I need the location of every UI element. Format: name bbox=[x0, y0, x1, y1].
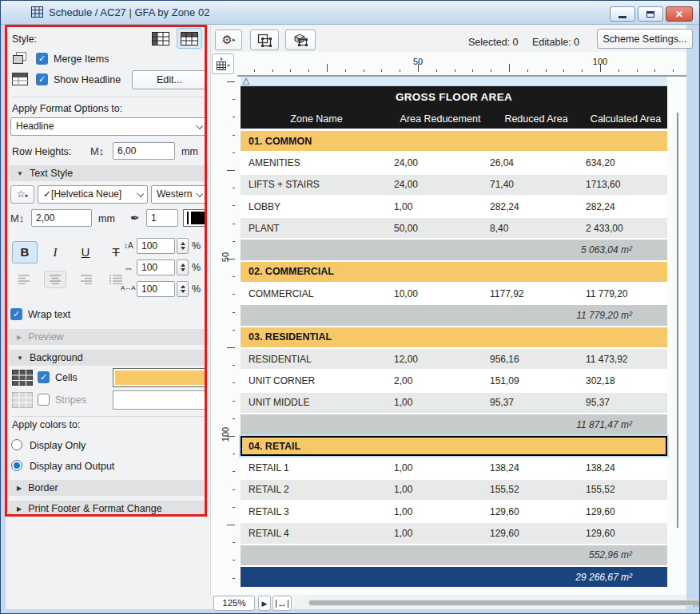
ruler-tick bbox=[233, 382, 235, 383]
italic-button[interactable]: I bbox=[42, 241, 68, 263]
scheme-settings-button[interactable]: Scheme Settings... bbox=[597, 29, 693, 49]
display-and-output-label: Display and Output bbox=[30, 461, 114, 472]
column-header[interactable]: Calculated Area bbox=[584, 113, 667, 125]
pen-color-swatch[interactable] bbox=[183, 209, 207, 227]
favorites-button[interactable]: ☆▸ bbox=[10, 185, 34, 204]
data-row[interactable]: RETAIL 21,00155,52155,52 bbox=[241, 480, 667, 500]
section-row[interactable]: 03. RESIDENTIAL bbox=[241, 327, 667, 347]
display-only-radio[interactable] bbox=[11, 439, 22, 450]
column-header[interactable]: Area Reducement bbox=[392, 113, 488, 125]
section-row[interactable]: 02. COMMERCIAL bbox=[241, 262, 667, 282]
resize-grip[interactable] bbox=[693, 601, 699, 608]
zoom-level-button[interactable]: 125% bbox=[213, 596, 255, 611]
close-icon: ✕ bbox=[675, 9, 683, 20]
wrap-text-checkbox[interactable]: ✓ bbox=[10, 308, 22, 320]
zoom-menu-button[interactable]: ▶ bbox=[258, 596, 271, 611]
cells-color-swatch[interactable] bbox=[113, 368, 207, 387]
scrollbar-thumb[interactable] bbox=[309, 600, 700, 605]
underline-button[interactable]: U bbox=[73, 241, 98, 263]
show-headline-checkbox[interactable]: ✓ bbox=[36, 73, 48, 85]
bold-button[interactable]: B bbox=[12, 241, 38, 263]
style-list-button[interactable] bbox=[148, 28, 173, 49]
settings-menu-button[interactable]: ⚙ ▸ bbox=[215, 30, 242, 50]
data-row[interactable]: PLANT50,008,402 433,00 bbox=[241, 218, 667, 238]
align-right-button[interactable] bbox=[74, 271, 97, 288]
horizontal-scrollbar[interactable] bbox=[308, 600, 700, 606]
subtotal-row[interactable]: 5 063,04 m² bbox=[241, 240, 667, 259]
data-row[interactable]: LIFTS + STAIRS24,0071,401713,60 bbox=[241, 175, 667, 195]
close-button[interactable]: ✕ bbox=[666, 6, 693, 22]
merge-items-checkbox[interactable]: ✓ bbox=[36, 53, 48, 65]
font-size-input[interactable] bbox=[31, 209, 92, 227]
select-items-button[interactable] bbox=[250, 30, 279, 50]
style-table-button[interactable] bbox=[177, 28, 202, 49]
data-row[interactable]: UNIT MIDDLE1,0095,3795,37 bbox=[241, 393, 667, 413]
stripes-checkbox[interactable] bbox=[38, 394, 50, 406]
data-row[interactable]: RETAIL 41,00129,60129,60 bbox=[241, 523, 667, 543]
table-margin-strip[interactable] bbox=[241, 77, 667, 86]
cell: 95,37 bbox=[584, 397, 667, 408]
align-center-button[interactable] bbox=[44, 271, 66, 288]
data-row[interactable]: LOBBY1,00282,24282,24 bbox=[241, 196, 667, 216]
total-row[interactable]: 29 266,67 m² bbox=[241, 567, 667, 587]
row-height-icon: M↕ bbox=[90, 145, 104, 157]
data-row[interactable]: COMMERCIAL10,001177,9211 779,20 bbox=[241, 283, 667, 303]
minimize-button[interactable] bbox=[610, 6, 635, 22]
align-left-icon bbox=[18, 275, 31, 284]
data-row[interactable]: RESIDENTIAL12,00956,1611 473,92 bbox=[241, 349, 667, 369]
cells-label: Cells bbox=[55, 372, 78, 383]
edit-button[interactable]: Edit... bbox=[132, 70, 207, 89]
border-section-header[interactable]: ▶ Border bbox=[9, 480, 209, 496]
sum-value: 11 779,20 m² bbox=[576, 310, 632, 321]
ruler-tick bbox=[290, 69, 291, 72]
char-width-stepper[interactable] bbox=[177, 259, 189, 275]
data-row[interactable]: UNIT CORNER2,00151,09302,18 bbox=[241, 370, 667, 390]
select-in-model-button[interactable] bbox=[285, 30, 316, 50]
subtotal-row[interactable]: 11 779,20 m² bbox=[241, 305, 667, 325]
preview-section-header[interactable]: ▶ Preview bbox=[9, 329, 209, 345]
data-row[interactable]: AMENITIES24,0026,04634,20 bbox=[241, 153, 667, 172]
subtotal-row[interactable]: 11 871,47 m² bbox=[241, 414, 667, 434]
char-width-input[interactable] bbox=[137, 259, 175, 275]
ruler-origin-button[interactable] bbox=[212, 53, 234, 74]
line-spacing-stepper[interactable] bbox=[177, 238, 189, 254]
column-header[interactable]: Zone Name bbox=[241, 113, 392, 125]
section-row[interactable]: 04. RETAIL bbox=[241, 436, 667, 456]
column-header[interactable]: Reduced Area bbox=[488, 113, 584, 125]
tracking-stepper[interactable] bbox=[177, 281, 189, 297]
print-footer-section-header[interactable]: ▶ Print Footer & Format Change bbox=[9, 501, 209, 517]
align-left-button[interactable] bbox=[14, 271, 36, 288]
cell: 129,60 bbox=[584, 506, 667, 517]
cells-checkbox[interactable]: ✓ bbox=[38, 371, 50, 383]
background-section-header[interactable]: ▼ Background bbox=[9, 350, 209, 366]
format-target-select[interactable]: Headline bbox=[10, 117, 207, 136]
align-justify-button[interactable] bbox=[105, 271, 127, 288]
line-spacing-input[interactable] bbox=[137, 238, 175, 254]
section-row[interactable]: 01. COMMON bbox=[241, 131, 667, 151]
row-height-input[interactable] bbox=[113, 142, 175, 160]
pen-number-input[interactable] bbox=[146, 209, 178, 227]
font-select[interactable]: ✓[Helvetica Neue] bbox=[38, 185, 148, 204]
cell: 2 433,00 bbox=[584, 223, 667, 234]
ruler-tick bbox=[233, 471, 235, 472]
display-and-output-radio[interactable] bbox=[11, 460, 22, 471]
vertical-scrollbar[interactable] bbox=[677, 113, 678, 528]
text-style-section-header[interactable]: ▼ Text Style bbox=[9, 165, 209, 181]
cell: AMENITIES bbox=[241, 157, 392, 168]
origin-marker-icon bbox=[242, 77, 250, 85]
ruler-label: 100 bbox=[593, 57, 607, 66]
script-select[interactable]: Western bbox=[151, 185, 207, 204]
stripes-color-swatch[interactable] bbox=[113, 390, 207, 410]
cell: 151,09 bbox=[488, 375, 584, 386]
tracking-input[interactable] bbox=[137, 281, 175, 297]
maximize-button[interactable] bbox=[638, 6, 663, 22]
data-row[interactable]: RETAIL 31,00129,60129,60 bbox=[241, 501, 667, 521]
title-bar[interactable]: Schedule / AC27 | GFA by Zone 02 ✕ bbox=[1, 1, 699, 25]
table-header[interactable]: GROSS FLOOR AREA Zone NameArea Reducemen… bbox=[241, 86, 667, 129]
fit-width-button[interactable]: ↔ bbox=[272, 596, 292, 611]
ruler-tick bbox=[400, 69, 400, 72]
align-center-icon bbox=[49, 275, 62, 284]
cell: COMMERCIAL bbox=[241, 288, 392, 299]
subtotal-row[interactable]: 552,96 m² bbox=[241, 545, 667, 565]
data-row[interactable]: RETAIL 11,00138,24138,24 bbox=[241, 458, 667, 477]
